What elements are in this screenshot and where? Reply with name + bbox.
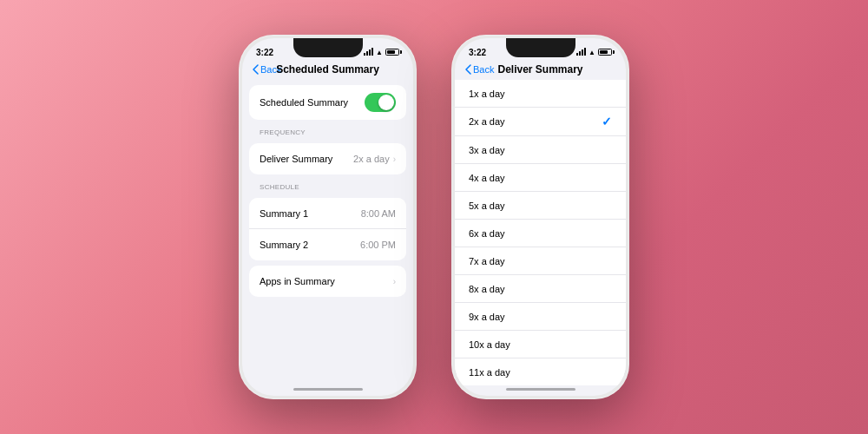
toggle-label: Scheduled Summary	[260, 97, 348, 108]
toggle-row[interactable]: Scheduled Summary	[249, 85, 406, 120]
list-item-label: 6x a day	[469, 228, 505, 239]
list-item-label: 3x a day	[469, 145, 505, 155]
scheduled-summary-section: Scheduled Summary	[249, 85, 406, 120]
apps-in-summary-row[interactable]: Apps in Summary ›	[249, 266, 406, 297]
home-indicator-1	[293, 388, 363, 391]
summary-1-time: 8:00 AM	[361, 208, 396, 219]
summary-2-label: Summary 2	[260, 240, 308, 250]
nav-bar-1: Back Scheduled Summary	[242, 62, 413, 80]
phone-1: 3:22 ▲ Back Scheduled Summary	[239, 35, 417, 399]
list-item-label: 9x a day	[469, 312, 505, 322]
list-item[interactable]: 8x a day	[455, 275, 626, 303]
nav-title-1: Scheduled Summary	[276, 63, 379, 76]
summary-1-row[interactable]: Summary 1 8:00 AM	[249, 198, 406, 229]
frequency-list: 1x a day2x a day✓3x a day4x a day5x a da…	[455, 80, 626, 385]
frequency-section-header: FREQUENCY	[242, 125, 413, 138]
deliver-summary-value: 2x a day	[353, 154, 390, 164]
list-item[interactable]: 1x a day	[455, 80, 626, 108]
list-item[interactable]: 4x a day	[455, 164, 626, 192]
list-item-label: 2x a day	[469, 116, 505, 127]
schedule-section: Summary 1 8:00 AM Summary 2 6:00 PM	[249, 198, 406, 260]
status-icons-2: ▲	[576, 49, 612, 56]
nav-title-2: Deliver Summary	[497, 63, 582, 76]
list-item[interactable]: 2x a day✓	[455, 108, 626, 136]
list-item[interactable]: 6x a day	[455, 220, 626, 247]
schedule-header: SCHEDULE	[242, 180, 413, 193]
wifi-icon: ▲	[376, 49, 383, 56]
list-item-label: 5x a day	[469, 201, 505, 211]
screen-content-1: Scheduled Summary FREQUENCY Deliver Summ…	[242, 80, 413, 302]
list-item[interactable]: 3x a day	[455, 136, 626, 164]
list-item-label: 10x a day	[469, 339, 510, 350]
apps-in-summary-right: ›	[393, 277, 396, 286]
frequency-section: Deliver Summary 2x a day ›	[249, 143, 406, 174]
apps-in-summary-label: Apps in Summary	[260, 276, 335, 286]
apps-section: Apps in Summary ›	[249, 266, 406, 297]
list-item-label: 8x a day	[469, 284, 505, 294]
wifi-icon-2: ▲	[589, 49, 595, 56]
deliver-summary-right: 2x a day ›	[353, 154, 396, 164]
summary-2-row[interactable]: Summary 2 6:00 PM	[249, 229, 406, 260]
notch-2	[506, 38, 575, 57]
time-1: 3:22	[256, 48, 273, 57]
summary-2-right: 6:00 PM	[360, 240, 396, 250]
back-button-2[interactable]: Back	[465, 64, 494, 75]
list-item-label: 7x a day	[469, 256, 505, 266]
summary-2-time: 6:00 PM	[360, 240, 396, 250]
list-item[interactable]: 10x a day	[455, 331, 626, 358]
checkmark-icon: ✓	[602, 115, 612, 128]
chevron-left-icon-2	[465, 64, 471, 75]
status-icons-1: ▲	[364, 49, 399, 56]
list-item[interactable]: 9x a day	[455, 303, 626, 331]
battery-icon-2	[598, 49, 612, 56]
time-2: 3:22	[469, 48, 486, 57]
deliver-summary-row[interactable]: Deliver Summary 2x a day ›	[249, 143, 406, 174]
summary-1-label: Summary 1	[260, 208, 308, 219]
schedule-section-header: SCHEDULE	[242, 180, 413, 193]
nav-bar-2: Back Deliver Summary	[455, 62, 626, 80]
deliver-summary-label: Deliver Summary	[260, 154, 332, 164]
chevron-right-icon-deliver: ›	[393, 155, 396, 164]
chevron-left-icon	[253, 64, 259, 75]
list-item-label: 4x a day	[469, 173, 505, 183]
signal-icon	[364, 49, 373, 56]
list-item[interactable]: 7x a day	[455, 247, 626, 275]
scheduled-summary-toggle[interactable]	[365, 93, 396, 112]
chevron-right-icon-apps: ›	[393, 277, 396, 286]
frequency-header: FREQUENCY	[242, 125, 413, 138]
list-item[interactable]: 5x a day	[455, 192, 626, 220]
back-label-2: Back	[473, 64, 494, 75]
screen-content-2: 1x a day2x a day✓3x a day4x a day5x a da…	[455, 80, 626, 385]
notch	[293, 38, 363, 57]
home-indicator-2	[506, 388, 575, 391]
list-item-label: 1x a day	[469, 89, 505, 99]
list-item-label: 11x a day	[469, 367, 510, 378]
phone-2: 3:22 ▲ Back Deliver Summary	[451, 35, 629, 399]
summary-1-right: 8:00 AM	[361, 208, 396, 219]
list-item[interactable]: 11x a day	[455, 358, 626, 385]
battery-icon	[385, 49, 399, 56]
signal-icon-2	[576, 49, 586, 56]
